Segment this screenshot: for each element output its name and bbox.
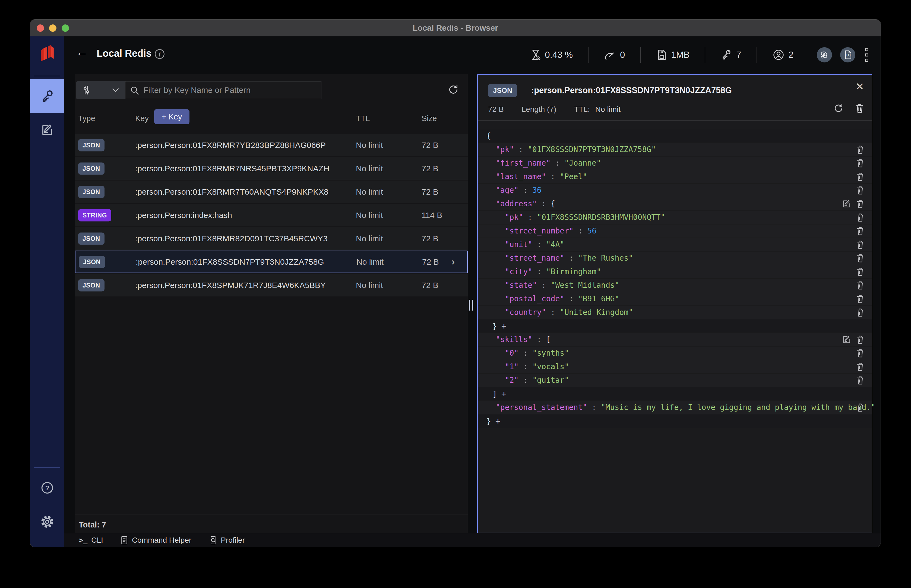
database-stats: 0.43 % 0 1MB (515, 45, 868, 64)
sidebar-item-browser[interactable] (30, 79, 64, 113)
key-row[interactable]: JSON:person.Person:01FX8RMR7NRS45PBT3XP9… (75, 157, 468, 180)
json-value[interactable]: "Peel" (560, 172, 587, 181)
json-line: "skills" : [ (478, 333, 872, 346)
refresh-keys-icon[interactable] (447, 84, 459, 95)
json-value[interactable]: "vocals" (532, 362, 569, 371)
user-icon (772, 48, 785, 61)
delete-field-icon[interactable] (856, 267, 864, 276)
gauge-icon (604, 49, 616, 61)
key-name-cell: :person.Person:index:hash (135, 211, 232, 220)
sidebar-item-help[interactable]: ? (30, 471, 64, 505)
json-value[interactable]: "United Kingdom" (560, 308, 633, 317)
stat-memory: 1MB (641, 49, 705, 61)
key-row[interactable]: JSON:person.Person:01FX8SSSDN7PT9T3N0JZZ… (75, 250, 468, 273)
sidebar-item-workbench[interactable] (30, 113, 64, 147)
json-viewer: {"pk" : "01FX8SSSDN7PT9T3N0JZZA758G""fir… (478, 129, 872, 428)
delete-field-icon[interactable] (856, 186, 864, 195)
minimize-window-button[interactable] (49, 24, 57, 32)
back-button[interactable]: ← (76, 45, 88, 59)
profiler-button[interactable]: Profiler (209, 536, 245, 545)
json-line: "address" : { (478, 197, 872, 210)
delete-field-icon[interactable] (856, 213, 864, 222)
close-window-button[interactable] (37, 24, 44, 32)
sidebar: ? (30, 36, 64, 547)
info-icon[interactable]: i (153, 48, 166, 60)
delete-field-icon[interactable] (856, 145, 864, 155)
delete-field-icon[interactable] (856, 253, 864, 263)
delete-field-icon[interactable] (856, 294, 864, 304)
key-row[interactable]: JSON:person.Person:01FX8RMR82D091TC37B45… (75, 227, 468, 250)
json-line: }+ (478, 320, 872, 333)
json-value[interactable]: "guitar" (532, 376, 569, 384)
json-value[interactable]: 56 (587, 226, 596, 235)
panel-resize-handle[interactable] (469, 300, 473, 310)
cli-button[interactable]: >_ CLI (79, 536, 103, 544)
add-field-button[interactable]: + (496, 416, 501, 426)
delete-field-icon[interactable] (856, 362, 864, 372)
stat-keys-value: 7 (736, 50, 741, 60)
key-type-filter-dropdown[interactable] (76, 81, 125, 99)
edit-field-icon[interactable] (842, 335, 851, 344)
key-row[interactable]: JSON:person.Person:01FX8RMR7T60ANQTS4P9N… (75, 181, 468, 203)
add-key-button[interactable]: + Key (154, 109, 189, 124)
sidebar-item-settings[interactable] (30, 505, 64, 539)
document-icon (121, 536, 128, 545)
delete-field-icon[interactable] (856, 240, 864, 249)
refresh-key-icon[interactable] (833, 103, 844, 114)
chevron-right-icon[interactable]: › (451, 256, 455, 268)
stat-commands-value: 0 (620, 50, 625, 60)
key-meta: 72 B Length (7) TTL: No limit (488, 105, 823, 114)
json-value[interactable]: "Birmingham" (546, 267, 601, 276)
delete-key-icon[interactable] (855, 103, 864, 114)
key-name-cell: :person.Person:01FX8RMR82D091TC37B45RCWY… (135, 234, 328, 243)
copilot-button[interactable]: {;} (840, 47, 855, 63)
maximize-window-button[interactable] (61, 24, 69, 32)
json-value[interactable]: "Joanne" (564, 158, 601, 168)
add-field-button[interactable]: + (501, 389, 507, 399)
json-value[interactable]: "01FX8SSSDNRDSRB3HMVH00NQTT" (537, 213, 665, 222)
key-search-box (125, 81, 321, 99)
json-value[interactable]: "synths" (532, 349, 569, 357)
key-name[interactable]: :person.Person:01FX8SSSDN7PT9T3N0JZZA758… (531, 86, 732, 95)
search-input[interactable] (143, 81, 317, 99)
json-value[interactable]: "B91 6HG" (578, 294, 619, 303)
json-colon: : (573, 226, 588, 235)
command-helper-button[interactable]: Command Helper (121, 536, 191, 545)
delete-field-icon[interactable] (856, 348, 864, 358)
json-value[interactable]: "01FX8SSSDN7PT9T3N0JZZA758G" (528, 145, 656, 154)
json-key: "city" (505, 267, 532, 276)
delete-field-icon[interactable] (856, 308, 864, 317)
delete-field-icon[interactable] (856, 226, 864, 236)
json-value[interactable]: 36 (532, 186, 541, 195)
json-key: "1" (505, 362, 519, 371)
json-value[interactable]: "West Midlands" (551, 281, 619, 290)
json-value[interactable]: "Music is my life, I love gigging and pl… (601, 403, 875, 412)
json-colon: : (546, 308, 560, 317)
json-value[interactable]: "4A" (546, 240, 564, 249)
delete-field-icon[interactable] (856, 172, 864, 182)
json-line: "country" : "United Kingdom" (478, 306, 872, 319)
insights-button[interactable] (817, 47, 832, 63)
delete-field-icon[interactable] (856, 335, 864, 344)
kebab-menu-button[interactable] (865, 48, 868, 62)
keys-total: Total:7 (79, 520, 106, 529)
key-row[interactable]: JSON:person.Person:01FX8SPMJK71R7J8E4W6K… (75, 274, 468, 296)
delete-field-icon[interactable] (856, 199, 864, 209)
add-field-button[interactable]: + (501, 321, 507, 331)
edit-field-icon[interactable] (842, 200, 851, 208)
json-colon: : (551, 158, 564, 168)
delete-field-icon[interactable] (856, 158, 864, 168)
delete-field-icon[interactable] (856, 375, 864, 385)
stat-keys: 7 (705, 49, 756, 61)
key-row[interactable]: STRING:person.Person:index:hashNo limit1… (75, 204, 468, 226)
ttl-value[interactable]: No limit (595, 105, 620, 114)
stat-commands: 0 (588, 49, 640, 61)
key-row[interactable]: JSON:person.Person:01FX8RMR7YB283BPZ88HA… (75, 134, 468, 157)
keys-panel: Type Key + Key TTL Size JSON:person.Pers… (75, 74, 468, 533)
json-value[interactable]: "The Rushes" (578, 254, 633, 263)
delete-field-icon[interactable] (856, 402, 864, 412)
json-line-actions (856, 170, 864, 183)
delete-field-icon[interactable] (856, 280, 864, 290)
close-icon[interactable]: ✕ (855, 81, 864, 92)
json-line-actions (842, 333, 864, 346)
